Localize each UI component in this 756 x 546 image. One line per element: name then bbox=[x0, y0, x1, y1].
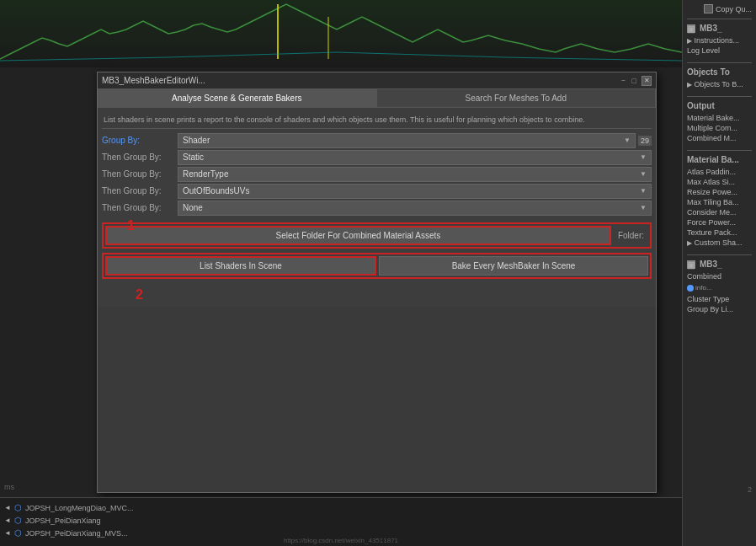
file-arrow-icon-0: ◄ bbox=[4, 504, 11, 511]
window-titlebar: MB3_MeshBakerEditorWi... － □ ✕ bbox=[98, 72, 656, 89]
window-dash-icon: － bbox=[620, 75, 627, 86]
then-group-dropdown-0[interactable]: Static ▼ bbox=[178, 150, 652, 165]
copy-quality-row: Copy Qu... bbox=[687, 4, 752, 13]
group-by-dropdown[interactable]: Shader ▼ bbox=[178, 133, 636, 148]
file-icon-1: ⬡ bbox=[14, 516, 22, 525]
material-ba-title: Material Ba... bbox=[687, 155, 752, 164]
max-tiling-ba-item: Max Tiling Ba... bbox=[687, 197, 752, 207]
window-controls: － □ ✕ bbox=[620, 75, 652, 86]
tab-search[interactable]: Search For Meshes To Add bbox=[377, 89, 657, 107]
window-close-button[interactable]: ✕ bbox=[642, 76, 652, 86]
file-name-2: JOPSH_PeiDianXiang_MVS... bbox=[25, 529, 128, 538]
then-group-label-0: Then Group By: bbox=[102, 153, 178, 162]
then-group-row-0: Then Group By: Static ▼ bbox=[102, 150, 652, 165]
then-group-label-3: Then Group By: bbox=[102, 203, 178, 212]
number-badge: 29 bbox=[638, 136, 652, 146]
then-group-value-3: None bbox=[183, 203, 203, 212]
max-atlas-si-item: Max Atlas Si... bbox=[687, 177, 752, 187]
then-group-value-0: Static bbox=[183, 153, 204, 162]
step-number-1: 1 bbox=[127, 218, 135, 233]
timeline-num: 2 bbox=[748, 485, 752, 494]
then-group-label-2: Then Group By: bbox=[102, 186, 178, 195]
mb3-title-top: ▣ MB3_ bbox=[687, 24, 752, 33]
atlas-padding-item: Atlas Paddin... bbox=[687, 167, 752, 177]
mb3-avatar: info... bbox=[687, 284, 752, 292]
right-panel: Copy Qu... ▣ MB3_ ▶ Instructions... Log … bbox=[682, 0, 756, 546]
combined-m-item: Combined M... bbox=[687, 133, 752, 143]
custom-sha-item: ▶ Custom Sha... bbox=[687, 238, 752, 248]
group-by-value: Shader bbox=[183, 136, 210, 145]
copy-quality-checkbox[interactable] bbox=[704, 4, 713, 13]
file-item-0: ◄ ⬡ JOPSH_LongMengDiao_MVC... bbox=[4, 501, 678, 514]
group-by-label: Group By: bbox=[102, 136, 178, 145]
folder-label: Folder: bbox=[614, 231, 648, 240]
objects-to-section: Objects To ▶ Objects To B... bbox=[687, 67, 752, 89]
then-group-value-1: RenderType bbox=[183, 169, 228, 179]
bake-every-button[interactable]: Bake Every MeshBaker In Scene bbox=[379, 256, 648, 276]
info-text: List shaders in scene prints a report to… bbox=[102, 112, 652, 129]
then-group-dropdown-2[interactable]: OutOfBoundsUVs ▼ bbox=[178, 184, 652, 199]
multiple-com-item: Multiple Com... bbox=[687, 123, 752, 133]
file-item-1: ◄ ⬡ JOPSH_PeiDianXiang bbox=[4, 514, 678, 527]
then-group-dropdown-1[interactable]: RenderType ▼ bbox=[178, 167, 652, 182]
window-tabs: Analyse Scene & Generate Bakers Search F… bbox=[98, 89, 656, 108]
then-group-row-1: Then Group By: RenderType ▼ bbox=[102, 167, 652, 182]
instructions-item: ▶ Instructions... bbox=[687, 35, 752, 46]
output-section: Output Material Bake... Multiple Com... … bbox=[687, 101, 752, 143]
select-folder-row: Select Folder For Combined Material Asse… bbox=[102, 222, 652, 249]
force-power-item: Force Power... bbox=[687, 217, 752, 228]
then-group-label-1: Then Group By: bbox=[102, 169, 178, 179]
group-by-li-item: Group By Li... bbox=[687, 304, 752, 314]
consider-me-item: Consider Me... bbox=[687, 207, 752, 217]
resize-powe-item: Resize Powe... bbox=[687, 187, 752, 197]
main-window: MB3_MeshBakerEditorWi... － □ ✕ Analyse S… bbox=[97, 72, 657, 493]
blue-dot-icon bbox=[687, 285, 694, 292]
mb3-icon-bottom: ▣ bbox=[687, 260, 695, 269]
log-level-item: Log Level bbox=[687, 46, 752, 56]
list-shaders-row: List Shaders In Scene Bake Every MeshBak… bbox=[102, 253, 652, 279]
objects-to-title: Objects To bbox=[687, 67, 752, 77]
select-folder-button[interactable]: Select Folder For Combined Material Asse… bbox=[105, 226, 611, 245]
then-group-dropdown-3[interactable]: None ▼ bbox=[178, 201, 652, 216]
file-arrow-icon-2: ◄ bbox=[4, 529, 11, 537]
mb3-icon-top: ▣ bbox=[687, 24, 695, 33]
then-group-value-2: OutOfBoundsUVs bbox=[183, 186, 249, 195]
mb3-bottom-title: ▣ MB3_ bbox=[687, 260, 752, 269]
objects-to-b-item: ▶ Objects To B... bbox=[687, 79, 752, 89]
copy-quality-label: Copy Qu... bbox=[716, 5, 752, 13]
material-bake-item: Material Bake... bbox=[687, 113, 752, 123]
cluster-type-item: Cluster Type bbox=[687, 294, 752, 304]
dropdown-arrow-2: ▼ bbox=[640, 187, 647, 195]
combined-label-item: Combined bbox=[687, 271, 752, 281]
mb3-bottom-section: ▣ MB3_ Combined info... Cluster Type Gro… bbox=[687, 260, 752, 314]
dropdown-arrow-1: ▼ bbox=[640, 170, 647, 178]
window-title: MB3_MeshBakerEditorWi... bbox=[102, 76, 205, 85]
mb3-section-top: ▣ MB3_ ▶ Instructions... Log Level bbox=[687, 24, 752, 56]
texture-pack-item: Texture Pack... bbox=[687, 228, 752, 238]
then-group-row-2: Then Group By: OutOfBoundsUVs ▼ bbox=[102, 184, 652, 199]
dropdown-arrow-3: ▼ bbox=[640, 204, 647, 211]
file-name-0: JOPSH_LongMengDiao_MVC... bbox=[25, 504, 134, 512]
material-ba-section: Material Ba... Atlas Paddin... Max Atlas… bbox=[687, 155, 752, 248]
step-number-2: 2 bbox=[136, 287, 143, 302]
file-icon-0: ⬡ bbox=[14, 503, 22, 512]
window-content: List shaders in scene prints a report to… bbox=[98, 108, 656, 307]
tab-analyse[interactable]: Analyse Scene & Generate Bakers bbox=[98, 89, 377, 107]
timeline-ms: ms bbox=[4, 483, 14, 491]
window-box-icon: □ bbox=[632, 77, 636, 85]
watermark: https://blog.csdn.net/weixin_43511871 bbox=[0, 537, 682, 544]
list-shaders-button[interactable]: List Shaders In Scene bbox=[105, 256, 376, 276]
group-by-arrow-icon: ▼ bbox=[624, 136, 631, 144]
group-by-row: Group By: Shader ▼ 29 bbox=[102, 133, 652, 148]
dropdown-arrow-0: ▼ bbox=[640, 153, 647, 161]
output-title: Output bbox=[687, 101, 752, 110]
file-arrow-icon-1: ◄ bbox=[4, 517, 11, 524]
then-group-row-3: Then Group By: None ▼ bbox=[102, 201, 652, 216]
file-name-1: JOPSH_PeiDianXiang bbox=[25, 517, 101, 525]
bottom-files: ◄ ⬡ JOPSH_LongMengDiao_MVC... ◄ ⬡ JOPSH_… bbox=[0, 497, 682, 546]
